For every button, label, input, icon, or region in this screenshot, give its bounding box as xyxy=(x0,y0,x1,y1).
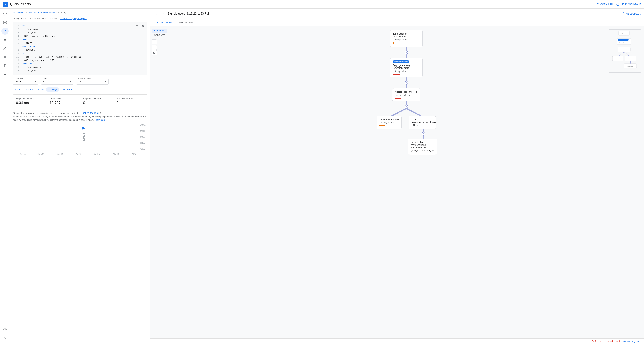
copy-code-button[interactable] xyxy=(134,24,139,29)
stat-avg-rows-returned-label: Avg rows returned xyxy=(117,98,144,100)
chart-dot-3[interactable] xyxy=(83,136,84,137)
time-custom-button[interactable]: Custom ▼ xyxy=(60,88,74,92)
change-rate-link[interactable]: Change the rate. xyxy=(80,112,99,114)
stats-row: Avg execution time 0.34 ms Times called … xyxy=(13,95,147,108)
time-1day-button[interactable]: 1 day xyxy=(36,88,45,92)
index-lookup-row: Index lookup on payment using idx_fk_sta… xyxy=(376,139,437,155)
filters-row: Database sakila ▼ User All ▼ Client addr… xyxy=(13,79,147,85)
branch-connector: ✓ xyxy=(378,101,435,116)
sidebar-item-settings[interactable] xyxy=(2,71,9,78)
fullscreen-icon xyxy=(622,13,624,15)
breadcrumb-current: Query xyxy=(60,12,66,14)
database-select[interactable]: Database sakila ▼ xyxy=(13,79,38,85)
help-assistant-button[interactable]: ? HELP ASSISTANT xyxy=(616,3,641,6)
svg-rect-12 xyxy=(4,56,6,58)
chart-dot-7[interactable] xyxy=(83,140,84,141)
check-circle-1: ✓ xyxy=(404,51,408,54)
code-line-12: 12GROUP BY xyxy=(15,62,145,66)
svg-text:Aggregate using: Aggregate using xyxy=(619,42,627,43)
right-panel: ‹ › Sample query: 9/13/22, 1:53 PM FULLS… xyxy=(150,9,644,344)
sidebar-item-support[interactable]: ? xyxy=(2,326,9,333)
time-6hours-button[interactable]: 6 hours xyxy=(24,88,35,92)
learn-more-link[interactable]: Learn more xyxy=(94,119,105,121)
plan-node-table-scan-staff[interactable]: Table scan on staff Latency: <1 ms xyxy=(377,116,402,129)
sidebar-item-charts[interactable] xyxy=(2,28,9,35)
breadcrumb-instance[interactable]: mysql-instance-demo-instance xyxy=(28,12,57,14)
zoom-out-button[interactable]: − xyxy=(152,45,157,50)
client-address-select[interactable]: Client address All ▼ xyxy=(76,79,108,85)
customize-query-length-link[interactable]: Customize query length. ) xyxy=(60,17,87,20)
topbar-logo: S xyxy=(3,2,8,7)
time-7days-button[interactable]: 7 days xyxy=(46,88,59,92)
tab-query-plan[interactable]: QUERY PLAN xyxy=(153,19,175,26)
highest-latency-badge: Highest latency xyxy=(393,60,409,63)
query-plan-area: EXPANDED COMPACT + − xyxy=(150,27,644,338)
svg-text:Index lookup: Index lookup xyxy=(627,66,634,67)
users-icon xyxy=(3,47,7,50)
sidebar-item-logs[interactable] xyxy=(2,54,9,61)
right-panel-header: ‹ › Sample query: 9/13/22, 1:53 PM FULLS… xyxy=(150,9,644,19)
chart-dots-area xyxy=(14,125,135,147)
topbar: S Query insights COPY LINK ? HELP ASSIST… xyxy=(0,0,644,9)
zoom-controls: + − xyxy=(152,39,167,55)
user-select[interactable]: User All ▼ xyxy=(41,79,73,85)
fullscreen-button[interactable]: FULLSCREEN xyxy=(622,13,641,15)
svg-rect-7 xyxy=(5,23,6,24)
compact-view-button[interactable]: COMPACT xyxy=(152,33,167,37)
database-label: Database xyxy=(14,77,24,80)
plan-node-index-lookup[interactable]: Index lookup on payment using idx_fk_sta… xyxy=(408,139,437,155)
query-plan-samples-header: Query plan samples (The sampling rate is… xyxy=(13,112,147,114)
svg-line-34 xyxy=(624,52,630,56)
node-bar-3 xyxy=(395,98,401,99)
bottom-bar: Performance issues detected! Show debug … xyxy=(150,338,644,344)
plan-node-aggregate[interactable]: Highest latency Aggregate using temporar… xyxy=(390,58,422,77)
prev-sample-button[interactable]: ‹ xyxy=(153,11,159,17)
check-circle-2: ✓ xyxy=(404,81,408,85)
stat-avg-rows-returned: Avg rows returned 0 xyxy=(114,95,147,108)
chart-x-thu15: Thu 15 xyxy=(113,153,119,155)
sidebar-item-prim[interactable]: PRIM... xyxy=(2,11,9,18)
show-debug-panel-button[interactable]: Show debug panel xyxy=(623,340,641,342)
expanded-view-button[interactable]: EXPANDED xyxy=(152,29,167,33)
sidebar-item-routing[interactable] xyxy=(2,36,9,43)
plan-node-nested-loop[interactable]: Nested loop inner join Latency: <1 ms xyxy=(392,88,420,101)
plan-node-filter[interactable]: Filter: (payment.payment_date like ?) xyxy=(409,116,436,129)
plan-diagram: Table scan on <temporary> Latency: <1 ms… xyxy=(168,27,644,338)
time-1hour-button[interactable]: 1 hour xyxy=(13,88,23,92)
tab-end-to-end[interactable]: END TO END xyxy=(175,19,196,26)
sidebar-expand-button[interactable] xyxy=(2,335,9,342)
operations-icon xyxy=(3,64,7,68)
stat-avg-rows-scanned-value: 0 xyxy=(83,101,111,105)
plan-node-table-scan-temp[interactable]: Table scan on <temporary> Latency: <1 ms xyxy=(390,30,422,47)
client-address-arrow: ▼ xyxy=(105,80,107,83)
code-line-1: 1SELECT xyxy=(15,24,145,28)
chart-dot-selected[interactable] xyxy=(82,128,84,130)
code-line-6: 6 `staff` xyxy=(15,42,145,45)
sidebar-item-dashboard[interactable] xyxy=(2,19,9,26)
stat-avg-rows-returned-value: 0 xyxy=(117,101,144,105)
zoom-in-button[interactable]: + xyxy=(152,39,157,45)
svg-point-10 xyxy=(4,47,5,48)
copy-icon xyxy=(135,25,138,28)
zoom-reset-button[interactable] xyxy=(152,50,157,55)
client-address-value: All xyxy=(78,80,81,83)
connector-bar-2 xyxy=(406,77,407,81)
close-icon xyxy=(142,25,144,28)
sidebar-item-users[interactable] xyxy=(2,45,9,52)
close-code-button[interactable] xyxy=(140,24,146,29)
next-sample-button[interactable]: › xyxy=(160,11,166,17)
node-title-3: Nested loop inner join xyxy=(395,91,418,93)
sidebar-item-operations[interactable] xyxy=(2,62,9,69)
code-line-9: 9ON xyxy=(15,52,145,55)
connector-bar-2b xyxy=(406,85,407,88)
check-circle-4: ✓ xyxy=(422,132,425,136)
svg-text:?: ? xyxy=(618,4,618,6)
copy-link-button[interactable]: COPY LINK xyxy=(596,3,614,6)
breadcrumb-all-instances[interactable]: All instances xyxy=(13,12,25,14)
chart-dot-1[interactable] xyxy=(83,133,84,134)
support-icon: ? xyxy=(3,328,7,331)
connector-bar-4b xyxy=(423,136,424,139)
node-latency-4: Latency: <1 ms xyxy=(379,121,399,124)
database-arrow: ▼ xyxy=(34,80,36,83)
svg-line-33 xyxy=(619,52,624,56)
